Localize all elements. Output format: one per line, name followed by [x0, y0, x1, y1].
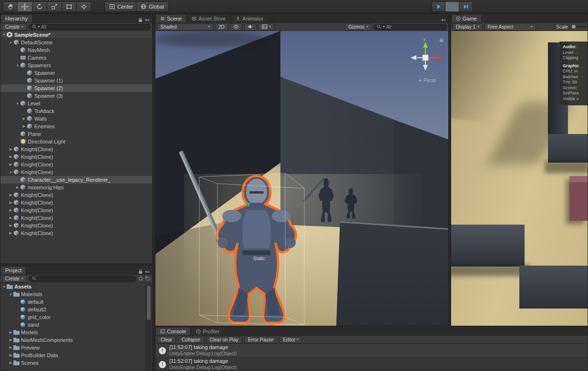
transform-tool-button[interactable]	[77, 1, 92, 12]
error-pause-button[interactable]: Error Pause	[244, 336, 277, 343]
tab-scene[interactable]: Scene	[155, 14, 186, 22]
expand-icon[interactable]: ▶	[8, 231, 13, 235]
tree-row[interactable]: sand	[0, 321, 145, 329]
2d-toggle-button[interactable]: 2D	[215, 23, 228, 31]
scale-tool-button[interactable]	[47, 1, 62, 12]
selected-knight[interactable]	[201, 172, 312, 325]
project-search-input[interactable]	[29, 276, 136, 282]
collapse-icon[interactable]: ▼	[1, 33, 7, 36]
tree-row[interactable]: ▶Knight(Clone)	[0, 206, 152, 214]
tree-row[interactable]: ▼Spawners	[0, 62, 152, 69]
scene-viewport[interactable]: Static y x	[155, 31, 448, 326]
tree-row[interactable]: ▶Walls	[0, 115, 152, 123]
tree-row[interactable]: ▼Knight(Clone)	[0, 168, 152, 176]
tree-row[interactable]: ▶ProBuilder Data	[0, 351, 145, 359]
panel-menu-icon[interactable]: ▾≡	[145, 18, 150, 22]
scale-slider[interactable]	[572, 26, 586, 27]
tree-row[interactable]: ▶NavMeshComponents	[0, 336, 145, 344]
clear-on-play-button[interactable]: Clear on Play	[206, 336, 242, 343]
expand-icon[interactable]: ▶	[8, 208, 13, 212]
tab-console[interactable]: Console	[155, 327, 191, 335]
console-log-entry[interactable]: [11:52:07] taking damageUnityEngine.Debu…	[155, 358, 588, 371]
scrollbar-thumb[interactable]	[147, 286, 151, 320]
aspect-dropdown[interactable]: Free Aspect ▾	[485, 23, 536, 31]
tree-row[interactable]: ToAttack	[0, 107, 152, 115]
tree-row[interactable]: default	[0, 298, 145, 306]
tree-row[interactable]: ▼Level	[0, 100, 152, 107]
pivot-mode-button[interactable]: Center	[104, 1, 138, 12]
project-scrollbar[interactable]	[145, 283, 152, 370]
tree-row[interactable]: Spawner (2)	[0, 84, 152, 92]
tab-game[interactable]: Game	[451, 14, 482, 22]
game-viewport[interactable]: Audio: Level: - Clipping Graphic CPU: m …	[451, 31, 588, 326]
tab-hierarchy[interactable]: Hierarchy	[0, 14, 32, 22]
expand-icon[interactable]: ▶	[8, 163, 13, 166]
tree-row[interactable]: ▶Knight(Clone)	[0, 153, 152, 161]
rect-tool-button[interactable]	[62, 1, 77, 12]
tree-row[interactable]: ▼Materials	[0, 290, 145, 298]
tree-row[interactable]: ▶Knight(Clone)	[0, 145, 152, 153]
expand-icon[interactable]: ▶	[8, 201, 13, 205]
lock-icon[interactable]	[138, 17, 143, 22]
expand-icon[interactable]: ▶	[15, 186, 20, 189]
search-filter-icon[interactable]: ▾	[38, 25, 40, 29]
collapse-icon[interactable]: ▼	[8, 41, 13, 44]
editor-dropdown[interactable]: Editor ▾	[279, 336, 302, 343]
tree-row[interactable]: ▶Knight(Clone)	[0, 199, 152, 206]
projection-mode[interactable]: ◄ Persp	[418, 78, 436, 83]
tree-row[interactable]: ▶Knight(Clone)	[0, 229, 152, 237]
tab-project[interactable]: Project	[0, 266, 26, 274]
create-dropdown[interactable]: Create ▾	[2, 275, 27, 282]
clear-button[interactable]: Clear	[157, 336, 176, 343]
collapse-icon[interactable]: ▼	[8, 171, 13, 174]
tree-row[interactable]: grid_color	[0, 313, 145, 321]
hand-tool-button[interactable]	[3, 1, 18, 12]
tab-profiler[interactable]: Profiler	[191, 327, 224, 335]
tree-row[interactable]: ▶Knight(Clone)	[0, 161, 152, 168]
play-button[interactable]	[432, 1, 445, 12]
scene-audio-toggle[interactable]	[244, 23, 257, 31]
tree-row[interactable]: ▶Knight(Clone)	[0, 191, 152, 199]
collapse-icon[interactable]: ▼	[1, 285, 7, 289]
expand-icon[interactable]: ▶	[8, 216, 13, 220]
tree-row[interactable]: Spawner	[0, 69, 152, 77]
tree-row[interactable]: Camera	[0, 54, 152, 62]
tree-row[interactable]: Spawner (1)	[0, 77, 152, 84]
scene-search-input[interactable]: ▾ All	[373, 24, 447, 30]
search-by-label-icon[interactable]	[145, 276, 151, 281]
tree-row[interactable]: ▶Knight(Clone)	[0, 214, 152, 222]
collapse-icon[interactable]: ▼	[8, 293, 13, 296]
expand-icon[interactable]: ▶	[8, 193, 13, 197]
pause-button[interactable]	[445, 1, 459, 12]
tree-row[interactable]: ▼DefaultScene	[0, 39, 152, 46]
expand-icon[interactable]: ▶	[21, 124, 27, 128]
move-tool-button[interactable]	[18, 1, 32, 12]
hierarchy-search-input[interactable]: ▾ All	[29, 24, 151, 30]
gizmo-lock-icon[interactable]	[439, 37, 444, 42]
shading-mode-dropdown[interactable]: Shaded ▾	[157, 23, 213, 31]
tab-animator[interactable]: Animator	[231, 14, 268, 22]
panel-menu-icon[interactable]: ▾≡	[145, 269, 150, 274]
scene-header-row[interactable]: ▼SampleScene*	[0, 31, 152, 39]
expand-icon[interactable]: ▶	[8, 338, 13, 342]
create-dropdown[interactable]: Create ▾	[2, 23, 27, 31]
search-by-type-icon[interactable]	[138, 276, 144, 281]
expand-icon[interactable]: ▶	[8, 224, 13, 227]
expand-icon[interactable]: ▶	[21, 117, 27, 121]
tree-row[interactable]: ▼Assets	[0, 283, 145, 290]
rotate-tool-button[interactable]	[32, 1, 47, 12]
display-dropdown[interactable]: Display 1 ▾	[453, 23, 483, 31]
expand-icon[interactable]: ▶	[8, 353, 13, 357]
collapse-icon[interactable]: ▼	[15, 102, 20, 105]
scene-effects-dropdown[interactable]: ▾	[258, 23, 275, 31]
tree-row[interactable]: ▶mixamorig:Hips	[0, 184, 152, 191]
lock-icon[interactable]	[138, 269, 143, 274]
tree-row[interactable]: Spawner (3)	[0, 92, 152, 100]
tree-row[interactable]: Directional Light	[0, 138, 152, 145]
expand-icon[interactable]: ▶	[8, 361, 13, 365]
tree-row[interactable]: ▶Scenes	[0, 359, 145, 367]
tree-row[interactable]: ▶Knight(Clone)	[0, 222, 152, 229]
tree-row[interactable]: Character__use_legacy_Renderer_	[0, 176, 152, 184]
tree-row[interactable]: ▶Preview	[0, 344, 145, 351]
tree-row[interactable]: Plane	[0, 130, 152, 138]
